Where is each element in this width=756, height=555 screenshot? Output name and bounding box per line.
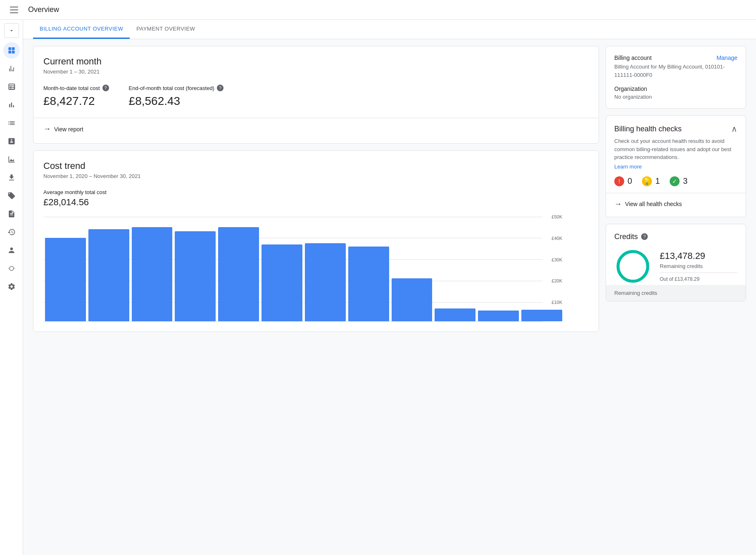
eom-cost: End-of-month total cost (forecasted) ? £… <box>129 85 223 108</box>
mtd-cost: Month-to-date total cost ? £8,427.72 <box>43 85 109 108</box>
mtd-label: Month-to-date total cost <box>43 85 100 91</box>
health-stats: ! 0 💡 1 ✓ 3 <box>614 176 737 186</box>
menu-icon[interactable] <box>7 2 21 17</box>
error-count: 0 <box>628 176 632 186</box>
mtd-value: £8,427.72 <box>43 95 109 108</box>
chevron-up-icon[interactable]: ∧ <box>731 124 737 134</box>
credits-remaining-label: Remaining credits <box>660 263 737 269</box>
bar <box>45 238 86 321</box>
credits-footer-label: Remaining credits <box>614 290 657 296</box>
org-label: Organization <box>614 85 737 92</box>
arrow-right-icon: → <box>43 125 51 133</box>
sidebar-item-tags[interactable] <box>3 187 20 204</box>
bar <box>392 278 433 321</box>
credits-footer: Remaining credits <box>606 285 746 301</box>
billing-account-title: Billing account <box>614 55 651 61</box>
view-all-health-checks-link[interactable]: → View all health checks <box>614 200 737 209</box>
credits-info: £13,478.29 Remaining credits Out of £13,… <box>660 251 737 282</box>
view-report-label: View report <box>54 126 83 133</box>
health-checks-card: Billing health checks ∧ Check out your a… <box>606 115 746 217</box>
credits-amount: £13,478.29 <box>660 251 737 261</box>
credits-donut-chart <box>614 248 651 285</box>
view-all-arrow-icon: → <box>614 200 622 209</box>
bar <box>88 229 129 321</box>
success-icon: ✓ <box>670 176 680 186</box>
sidebar-item-budgets[interactable] <box>3 97 20 113</box>
error-stat: ! 0 <box>614 176 632 186</box>
current-month-card: Current month November 1 – 30, 2021 Mont… <box>33 46 599 144</box>
cost-trend-date-range: November 1, 2020 – November 30, 2021 <box>43 173 589 179</box>
bar <box>478 311 519 321</box>
bar <box>218 227 259 321</box>
page-title: Overview <box>28 5 59 14</box>
success-stat: ✓ 3 <box>670 176 687 186</box>
avg-cost-value: £28,014.56 <box>43 197 589 208</box>
sidebar-item-overview[interactable] <box>3 42 20 59</box>
tab-payment-overview[interactable]: PAYMENT OVERVIEW <box>130 20 202 39</box>
bar <box>435 308 475 321</box>
eom-label: End-of-month total cost (forecasted) <box>129 85 214 91</box>
warning-stat: 💡 1 <box>642 176 660 186</box>
sidebar-item-invoice[interactable] <box>3 206 20 222</box>
svg-point-1 <box>618 251 648 281</box>
billing-account-description: Billing Account for My Billing Account, … <box>614 63 737 79</box>
sidebar-item-reports[interactable] <box>3 60 20 77</box>
credits-help-icon[interactable]: ? <box>641 233 648 240</box>
current-month-date-range: November 1 – 30, 2021 <box>43 69 589 75</box>
learn-more-link[interactable]: Learn more <box>614 164 642 170</box>
view-report-link[interactable]: → View report <box>43 125 589 133</box>
sidebar-item-table[interactable] <box>3 78 20 95</box>
credits-out-of: Out of £13,478.29 <box>660 273 737 282</box>
cost-trend-title: Cost trend <box>43 161 589 171</box>
billing-account-card: Billing account Manage Billing Account f… <box>606 46 746 109</box>
eom-help-icon[interactable]: ? <box>217 85 223 91</box>
health-checks-title: Billing health checks <box>614 125 682 133</box>
org-value: No organization <box>614 94 737 100</box>
view-all-label: View all health checks <box>625 201 682 207</box>
sidebar-item-history[interactable] <box>3 224 20 240</box>
credits-title: Credits <box>614 232 638 241</box>
sidebar-item-list[interactable] <box>3 115 20 131</box>
sidebar-item-analytics[interactable] <box>3 151 20 168</box>
error-icon: ! <box>614 176 624 186</box>
credits-card: Credits ? £1 <box>606 224 746 301</box>
sidebar-item-export[interactable] <box>3 169 20 186</box>
sidebar-item-settings[interactable] <box>3 278 20 295</box>
current-month-title: Current month <box>43 56 589 67</box>
success-count: 3 <box>683 176 687 186</box>
health-checks-description: Check out your account health results to… <box>614 137 737 161</box>
bar <box>175 231 216 321</box>
bar <box>521 310 562 321</box>
mtd-help-icon[interactable]: ? <box>102 85 109 91</box>
sidebar-item-user[interactable] <box>3 242 20 259</box>
warning-icon: 💡 <box>642 176 652 186</box>
sidebar-item-commits[interactable] <box>3 260 20 277</box>
cost-trend-card: Cost trend November 1, 2020 – November 3… <box>33 150 599 332</box>
bar <box>132 227 173 321</box>
billing-account-manage-link[interactable]: Manage <box>716 55 737 61</box>
bar <box>305 243 346 321</box>
tab-billing-account-overview[interactable]: BILLING ACCOUNT OVERVIEW <box>33 20 130 39</box>
warning-count: 1 <box>655 176 660 186</box>
bars-container <box>43 214 564 321</box>
sidebar-dropdown[interactable] <box>4 23 19 38</box>
bar <box>348 247 389 321</box>
sidebar-item-percent[interactable] <box>3 133 20 149</box>
eom-value: £8,562.43 <box>129 95 223 108</box>
avg-cost-label: Average monthly total cost <box>43 189 589 195</box>
bar-chart: £50K £40K £30K <box>43 214 589 322</box>
bar <box>262 244 302 321</box>
